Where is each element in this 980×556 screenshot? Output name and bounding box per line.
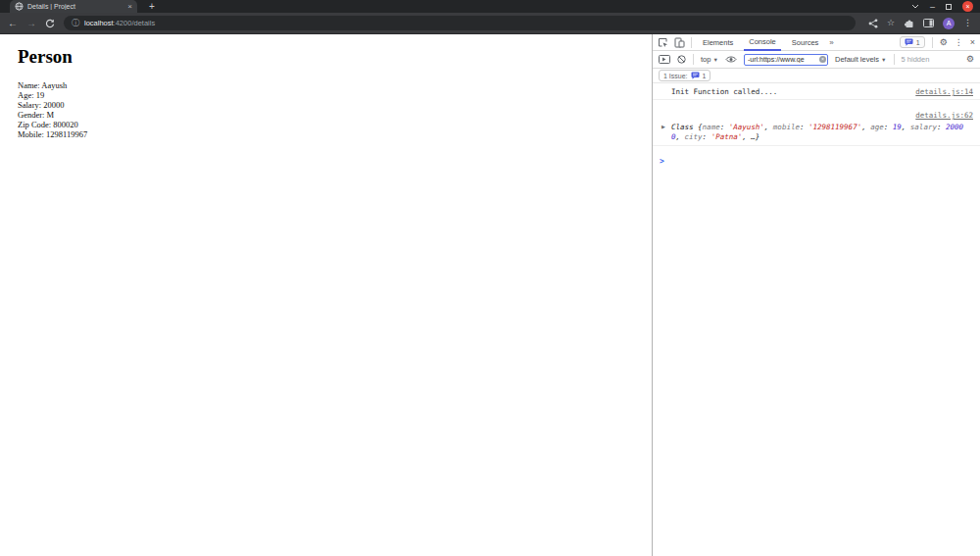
url-text: localhost:4200/details (84, 19, 155, 27)
console-sidebar-toggle-icon[interactable] (659, 55, 670, 64)
chat-bubble-icon (691, 72, 700, 79)
devtools-tabbar-right: 1 ⚙ ⋮ × (900, 36, 975, 48)
site-info-icon[interactable]: ⓘ (72, 20, 79, 27)
console-output: Init Function called.... details.js:14 d… (653, 83, 980, 556)
divider (894, 54, 895, 65)
filter-input[interactable] (744, 54, 828, 66)
window-menu-chevron-icon[interactable] (911, 4, 919, 9)
back-icon[interactable]: ← (8, 19, 18, 28)
source-link[interactable]: details.js:14 (915, 87, 973, 96)
devtools-tab-bar: Elements Console Sources » 1 ⚙ ⋮ × (653, 34, 980, 51)
person-field-zipcode: Zip Code: 800020 (18, 120, 651, 129)
extensions-puzzle-icon[interactable] (904, 18, 914, 28)
navigation-bar: ← → ⓘ localhost:4200/details ☆ (0, 13, 980, 34)
console-message-object: details.js:62 ▶ Class {name: 'Aayush', m… (653, 100, 980, 146)
console-object-preview[interactable]: Class {name: 'Aayush', mobile: '12981199… (671, 123, 964, 142)
tab-elements[interactable]: Elements (698, 34, 738, 51)
reload-icon[interactable] (45, 19, 55, 28)
url-host: localhost (84, 19, 114, 27)
issue-count: 1 (703, 73, 707, 79)
console-settings-gear-icon[interactable]: ⚙ (966, 55, 974, 64)
browser-window: Details | Project × + – × ← → ⓘ localhos… (0, 0, 980, 556)
devtools-settings-gear-icon[interactable]: ⚙ (940, 38, 948, 47)
person-field-mobile: Mobile: 1298119967 (18, 129, 651, 139)
issues-badge-count: 1 (916, 39, 920, 46)
url-path: :4200/details (114, 19, 156, 27)
issue-counter-pill[interactable]: 1 Issue: 1 (659, 70, 710, 81)
side-panel-icon[interactable] (923, 19, 934, 27)
window-maximize-icon[interactable] (946, 4, 952, 10)
devtools-menu-kebab-icon[interactable]: ⋮ (955, 38, 963, 47)
page-content: Person Name: Aayush Age: 19 Salary: 2000… (0, 34, 651, 556)
device-toolbar-icon[interactable] (674, 37, 685, 48)
browser-tab[interactable]: Details | Project × (10, 0, 137, 13)
devtools-close-icon[interactable]: × (970, 38, 975, 47)
chevron-down-icon: ▼ (881, 57, 886, 63)
expand-triangle-icon[interactable]: ▶ (662, 124, 665, 129)
hidden-messages-count: 5 hidden (902, 55, 930, 64)
log-levels-dropdown[interactable]: Default levels ▼ (835, 55, 887, 64)
issues-badge[interactable]: 1 (900, 36, 925, 48)
title-bar: Details | Project × + – × (0, 0, 980, 13)
window-controls: – × (911, 1, 973, 12)
address-bar[interactable]: ⓘ localhost:4200/details (64, 16, 856, 30)
window-close-icon[interactable]: × (962, 1, 973, 12)
source-link[interactable]: details.js:62 (915, 111, 973, 120)
inspect-element-icon[interactable] (658, 37, 668, 48)
person-field-gender: Gender: M (18, 110, 651, 120)
tab-sources[interactable]: Sources (787, 34, 824, 51)
tab-close-icon[interactable]: × (127, 3, 132, 11)
prompt-chevron-icon: > (660, 157, 664, 166)
console-message-init: Init Function called.... details.js:14 (653, 83, 980, 100)
console-message-text: Init Function called.... (671, 87, 777, 96)
live-expression-eye-icon[interactable] (725, 55, 737, 64)
more-tabs-icon[interactable]: » (829, 38, 833, 47)
tab-console[interactable]: Console (744, 34, 781, 51)
console-filter: × (744, 54, 828, 66)
share-icon[interactable] (868, 19, 878, 28)
issues-bar: 1 Issue: 1 (653, 69, 980, 83)
devtools-panel: Elements Console Sources » 1 ⚙ ⋮ × (652, 34, 980, 556)
divider (693, 54, 694, 65)
divider (932, 37, 933, 48)
favicon-globe-icon (15, 2, 24, 11)
divider (691, 37, 692, 48)
profile-avatar[interactable]: A (943, 18, 955, 29)
bookmark-star-icon[interactable]: ☆ (887, 19, 895, 27)
tab-title: Details | Project (27, 3, 123, 10)
context-selector[interactable]: top ▼ (701, 55, 718, 64)
page-title: Person (18, 46, 651, 68)
console-prompt[interactable]: > (653, 146, 980, 171)
toolbar-actions: ☆ A ⋮ (868, 18, 972, 29)
new-tab-button[interactable]: + (149, 2, 155, 12)
issue-label: 1 Issue: (663, 73, 688, 79)
person-field-name: Name: Aayush (18, 80, 651, 90)
forward-icon[interactable]: → (26, 19, 36, 28)
window-minimize-icon[interactable]: – (930, 4, 935, 10)
console-toolbar: top ▼ × Default levels ▼ 5 hidden ⚙ (653, 51, 980, 69)
person-field-salary: Salary: 20000 (18, 100, 651, 110)
clear-console-icon[interactable] (677, 55, 686, 64)
person-field-age: Age: 19 (18, 90, 651, 100)
browser-menu-kebab-icon[interactable]: ⋮ (963, 19, 972, 27)
chat-bubble-icon (905, 38, 913, 46)
chevron-down-icon: ▼ (713, 57, 718, 63)
filter-clear-icon[interactable]: × (819, 56, 826, 63)
